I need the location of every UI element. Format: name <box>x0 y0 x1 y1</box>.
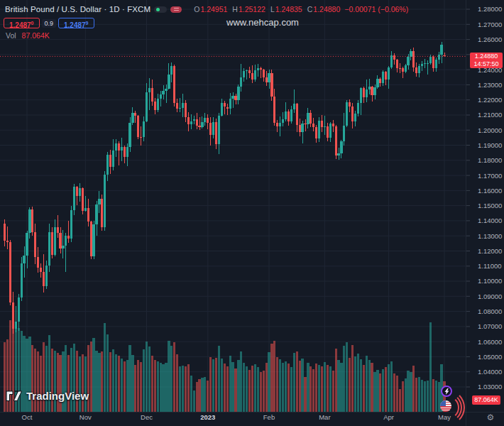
candle <box>243 71 245 77</box>
candle <box>373 87 376 96</box>
volume-bar <box>118 356 120 412</box>
volume-bar <box>321 366 323 413</box>
volume-bar <box>51 349 53 412</box>
close-label: C <box>307 5 313 13</box>
candle <box>263 70 265 77</box>
volume-bar <box>121 359 123 413</box>
candle <box>221 103 223 116</box>
price-axis-label: 1.18000 <box>478 156 502 164</box>
volume-bar <box>162 364 164 412</box>
volume-bar <box>128 345 131 412</box>
candle <box>9 242 11 302</box>
candle <box>134 113 136 116</box>
candle <box>98 199 100 204</box>
us-flag-event-icon[interactable] <box>440 400 451 412</box>
candle <box>148 88 150 92</box>
volume-bar <box>424 381 426 413</box>
volume-bar <box>373 372 376 412</box>
candle <box>354 114 356 122</box>
price-axis-label: 1.16000 <box>478 187 502 195</box>
last-price-tag[interactable]: 1.24880 14:57:50 <box>470 53 503 68</box>
candle <box>379 79 381 83</box>
volume-bar <box>106 334 109 413</box>
volume-bar <box>265 363 268 413</box>
price-axis-label: 1.26000 <box>478 36 502 43</box>
tradingview-logo-icon <box>6 390 23 402</box>
candle <box>6 241 9 243</box>
candle <box>418 66 420 73</box>
time-axis-label: Oct <box>22 413 33 421</box>
volume-bar <box>285 361 287 412</box>
tradingview-logo[interactable]: TradingView <box>6 390 89 402</box>
candle <box>28 209 31 232</box>
volume-bar <box>263 371 265 413</box>
candle <box>43 272 45 286</box>
volume-bar <box>207 381 209 413</box>
time-axis-label: 2023 <box>200 413 215 421</box>
candle <box>237 87 239 100</box>
time-axis-label: Mar <box>319 413 330 421</box>
candles-layer[interactable] <box>4 42 446 334</box>
volume-bar <box>301 359 303 413</box>
volume-bar <box>382 369 384 413</box>
volume-bar <box>318 365 320 413</box>
sell-button[interactable]: 1.24870 <box>4 18 40 28</box>
candle <box>357 103 359 113</box>
volume-bar <box>385 367 387 412</box>
volume-bar <box>415 378 417 412</box>
volume-bar <box>246 366 248 412</box>
candle <box>84 208 87 211</box>
volume-indicator-row: Vol 87.064K <box>6 31 50 40</box>
buy-button[interactable]: 1.24879 <box>58 18 94 28</box>
volume-bar <box>309 366 312 412</box>
muted-alert-icon[interactable] <box>170 6 182 13</box>
candle <box>40 268 42 272</box>
candle <box>337 153 339 155</box>
candle <box>270 73 273 96</box>
volume-bar <box>179 366 181 412</box>
candle <box>340 141 342 153</box>
volume-bar <box>148 346 150 412</box>
price-axis-label: 1.12000 <box>478 247 502 255</box>
sell-price: 1.2487 <box>9 21 31 29</box>
volume-indicator-label[interactable]: Vol <box>6 31 16 40</box>
time-axis-label: Dec <box>141 413 153 421</box>
candle <box>360 88 362 103</box>
candle <box>309 113 312 124</box>
volume-bar <box>182 366 184 413</box>
volume-bar <box>190 376 192 412</box>
candle <box>427 63 429 64</box>
symbol-title[interactable]: British Pound / U.S. Dollar · 1D · FXCM <box>5 5 150 13</box>
volume-bar <box>140 362 142 413</box>
volume-bar <box>151 356 153 412</box>
volume-bar <box>62 351 64 412</box>
volume-bar <box>82 354 84 413</box>
spread-value: 0.9 <box>42 19 57 28</box>
candle <box>162 91 164 94</box>
volume-bar <box>95 351 97 413</box>
volume-bar <box>234 368 236 412</box>
market-open-status-icon[interactable] <box>154 6 167 13</box>
candle <box>92 224 94 256</box>
price-chart-canvas[interactable]: 1.280001.270001.260001.250001.240001.230… <box>0 0 504 426</box>
volume-bar <box>393 373 395 412</box>
price-axis-label: 1.08000 <box>478 307 502 315</box>
candle <box>126 147 128 156</box>
time-axis[interactable]: OctNovDec2023FebMarAprMay <box>22 413 451 421</box>
candle <box>324 126 326 127</box>
price-axis-label: 1.19000 <box>478 141 502 149</box>
candle <box>329 124 332 138</box>
volume-bar <box>204 377 206 412</box>
candle <box>293 104 295 109</box>
candle <box>346 102 348 126</box>
lightning-event-icon[interactable] <box>441 386 452 397</box>
candle <box>410 51 412 58</box>
volume-bar <box>104 323 106 413</box>
axis-settings-gear-icon[interactable]: ⚙ <box>484 411 497 424</box>
candle <box>26 233 28 256</box>
candle <box>101 199 103 227</box>
candle <box>390 55 393 67</box>
volume-bar <box>324 362 326 413</box>
candle <box>154 102 156 110</box>
candle <box>248 70 251 73</box>
